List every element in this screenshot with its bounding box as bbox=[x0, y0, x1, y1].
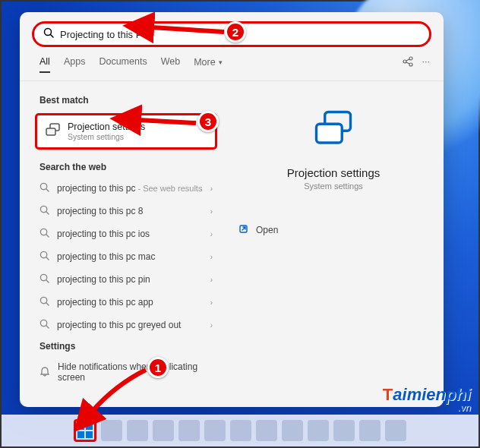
projection-icon bbox=[45, 122, 60, 140]
more-options-icon[interactable]: ··· bbox=[422, 56, 430, 69]
chevron-right-icon: › bbox=[210, 207, 213, 216]
search-icon bbox=[39, 273, 49, 286]
open-icon bbox=[238, 224, 248, 236]
web-result-text: projecting to this pc 8 bbox=[57, 206, 143, 216]
web-result-text: projecting to this pc greyed out bbox=[57, 320, 181, 330]
tab-web[interactable]: Web bbox=[161, 56, 180, 73]
search-panel: Projecting to this PC All Apps Documents… bbox=[20, 12, 444, 407]
annotation-badge-2: 2 bbox=[225, 21, 246, 43]
search-icon bbox=[39, 251, 49, 263]
chevron-right-icon: › bbox=[210, 321, 213, 330]
web-result-text: projecting to this pc - See web results bbox=[57, 183, 202, 194]
taskbar-chrome-icon[interactable] bbox=[308, 420, 329, 441]
taskbar bbox=[2, 415, 478, 446]
web-result[interactable]: projecting to this pc app› bbox=[29, 291, 223, 314]
chevron-right-icon: › bbox=[210, 298, 213, 307]
web-result-text: projecting to this pc mac bbox=[57, 251, 155, 262]
open-label: Open bbox=[256, 225, 278, 235]
taskbar-explorer-icon[interactable] bbox=[204, 420, 226, 441]
taskbar-store-icon[interactable] bbox=[256, 420, 277, 441]
tab-all[interactable]: All bbox=[39, 56, 50, 73]
preview-title: Projection settings bbox=[287, 166, 381, 179]
tab-apps[interactable]: Apps bbox=[64, 56, 86, 73]
taskbar-app4-icon[interactable] bbox=[385, 420, 406, 441]
preview-subtitle: System settings bbox=[304, 181, 363, 191]
annotation-badge-3: 3 bbox=[197, 111, 219, 132]
annotation-badge-1: 1 bbox=[147, 357, 169, 378]
filter-tabs: All Apps Documents Web More▾ ··· bbox=[20, 53, 444, 81]
search-query-text: Projecting to this PC bbox=[60, 29, 150, 40]
chevron-right-icon: › bbox=[210, 230, 213, 238]
open-action[interactable]: Open bbox=[235, 224, 278, 236]
taskbar-app-icon[interactable] bbox=[282, 420, 303, 441]
projection-icon-large bbox=[313, 109, 354, 153]
search-icon bbox=[39, 228, 49, 240]
share-icon[interactable] bbox=[403, 56, 413, 69]
watermark: TTaimienphiaimienphi .vn bbox=[383, 385, 471, 413]
web-result[interactable]: projecting to this pc greyed out› bbox=[29, 314, 223, 336]
taskbar-app3-icon[interactable] bbox=[359, 420, 381, 441]
taskbar-edge-icon[interactable] bbox=[230, 420, 251, 441]
web-result[interactable]: projecting to this pc ios› bbox=[29, 222, 223, 245]
settings-heading: Settings bbox=[29, 336, 223, 356]
tab-more-label: More bbox=[194, 57, 215, 68]
chevron-down-icon: ▾ bbox=[219, 58, 223, 66]
search-icon bbox=[39, 296, 49, 308]
web-result[interactable]: projecting to this pc mac› bbox=[29, 245, 223, 268]
bell-icon bbox=[39, 366, 50, 379]
web-result-text: projecting to this pc app bbox=[57, 297, 153, 308]
web-result[interactable]: projecting to this pc - See web results› bbox=[29, 177, 223, 200]
web-result-text: projecting to this pc ios bbox=[57, 229, 150, 239]
search-icon bbox=[43, 27, 54, 41]
taskbar-chat-icon[interactable] bbox=[178, 420, 200, 441]
search-web-heading: Search the web bbox=[29, 157, 223, 177]
chevron-right-icon: › bbox=[210, 253, 213, 261]
tab-documents[interactable]: Documents bbox=[99, 56, 147, 73]
search-icon bbox=[39, 205, 49, 217]
preview-pane: Projection settings System settings Open bbox=[223, 81, 444, 407]
chevron-right-icon: › bbox=[210, 185, 213, 193]
web-result[interactable]: projecting to this pc 8› bbox=[29, 200, 223, 222]
search-icon bbox=[39, 319, 49, 331]
taskbar-app2-icon[interactable] bbox=[333, 420, 355, 441]
search-icon bbox=[39, 182, 49, 194]
tab-more[interactable]: More▾ bbox=[194, 56, 222, 73]
web-result[interactable]: projecting to this pc pin› bbox=[29, 268, 223, 291]
chevron-right-icon: › bbox=[210, 276, 213, 284]
web-result-text: projecting to this pc pin bbox=[57, 274, 150, 285]
